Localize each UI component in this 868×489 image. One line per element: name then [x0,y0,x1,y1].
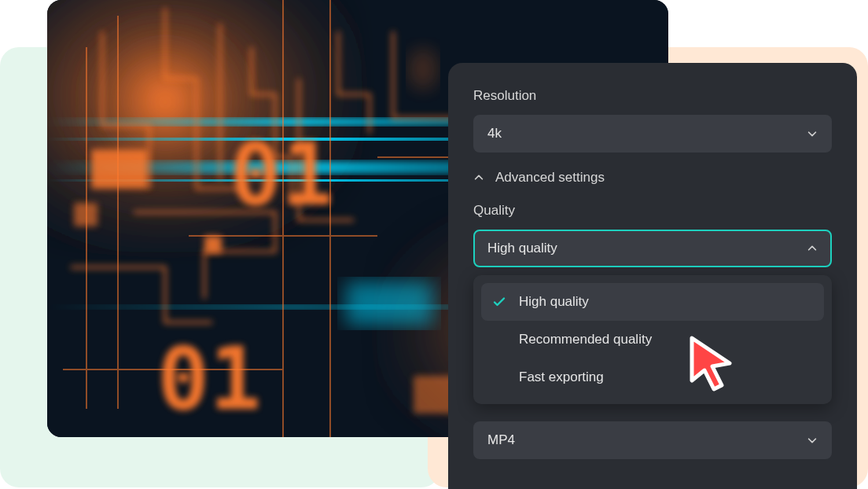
advanced-settings-toggle[interactable]: Advanced settings [473,170,832,186]
quality-option-label: Recommended quality [519,332,652,347]
quality-option-fast[interactable]: Fast exporting [481,358,824,396]
chevron-down-icon [807,128,818,139]
quality-select-value: High quality [487,241,557,256]
resolution-label: Resolution [473,88,832,104]
resolution-select-value: 4k [487,126,502,142]
advanced-settings-label: Advanced settings [495,170,605,186]
chevron-up-icon [807,243,818,254]
quality-label: Quality [473,203,832,219]
quality-select[interactable]: High quality [473,230,832,267]
chevron-down-icon [807,435,818,446]
resolution-select[interactable]: 4k [473,115,832,153]
quality-dropdown: High quality Recommended quality Fast ex… [473,275,832,404]
format-select[interactable]: MP4 [473,421,832,459]
quality-option-recommended[interactable]: Recommended quality [481,321,824,358]
chevron-up-icon [473,172,484,183]
format-select-value: MP4 [487,432,515,448]
check-icon [492,295,506,309]
quality-option-label: High quality [519,294,589,310]
quality-option-high[interactable]: High quality [481,283,824,321]
quality-option-label: Fast exporting [519,370,604,385]
export-settings-panel: Resolution 4k Advanced settings Quality … [448,63,857,489]
